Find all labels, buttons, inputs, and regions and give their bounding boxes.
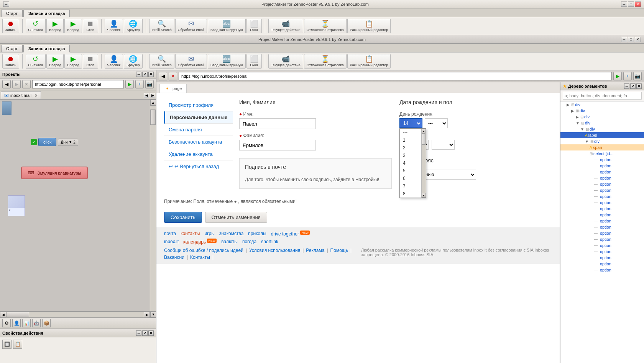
canvas-h-scrollbar[interactable]: ◀ ▶	[0, 311, 150, 317]
canvas-scrollbar[interactable]: ▲ ▼	[150, 100, 156, 317]
intelli-btn[interactable]: 🔍 Intelli Search	[149, 19, 174, 33]
dropdown-item-3[interactable]: 3	[400, 152, 421, 159]
footer-contacts-link[interactable]: Контакты	[190, 255, 210, 260]
tree-item-option2[interactable]: — option	[560, 163, 644, 169]
tab-record-outer[interactable]: Запись и отладка	[23, 10, 70, 17]
tree-item-div3[interactable]: ▶ ⊞ div	[560, 114, 644, 120]
browser-btn[interactable]: 🌐 Браузер	[124, 19, 142, 33]
second-restore-btn[interactable]: □	[628, 37, 634, 42]
second-record-btn[interactable]: ⏺ Запись	[2, 54, 19, 69]
second-delay-btn[interactable]: ⏳ Отложенная отрисовка	[304, 54, 347, 69]
dropdown-item-8[interactable]: 8	[400, 190, 421, 198]
footer-link-games[interactable]: игры	[204, 231, 214, 237]
nav-forward-nav-btn[interactable]: ▶	[12, 80, 21, 88]
tree-item-option4[interactable]: — option	[560, 175, 644, 181]
tree-item-label[interactable]: A label	[560, 132, 644, 138]
person-btn[interactable]: 👤 Человек	[105, 19, 123, 33]
scroll-down-btn[interactable]: ▼	[150, 311, 156, 317]
scroll-up-btn[interactable]: ▲	[150, 100, 156, 106]
footer-link-currency[interactable]: валюты	[221, 239, 238, 245]
tree-item-div6[interactable]: ▼ ⊟ div	[560, 138, 644, 144]
footer-ads-link[interactable]: Реклама	[306, 248, 324, 253]
settings-btn[interactable]: ⚙	[2, 319, 11, 327]
tree-close-btn[interactable]: ✕	[636, 83, 642, 89]
tree-item-option9[interactable]: — option	[560, 206, 644, 212]
last-name-input[interactable]	[239, 140, 316, 150]
second-person-btn[interactable]: 👤 Человек	[105, 54, 123, 69]
dropdown-item-6[interactable]: 6	[400, 175, 421, 182]
props-close-btn[interactable]: ✕	[148, 330, 154, 336]
month-select[interactable]: ---	[425, 118, 448, 128]
day-select[interactable]: --- 14	[399, 118, 422, 128]
keyboard-emu-block[interactable]: ⌨ Эмуляция клавиатуры	[21, 167, 88, 179]
tree-float-btn[interactable]: ↗	[630, 83, 636, 89]
tree-item-option5[interactable]: — option	[560, 181, 644, 187]
tree-item-option13[interactable]: — option	[560, 230, 644, 236]
first-name-input[interactable]	[239, 118, 316, 129]
second-minimize-btn[interactable]: ─	[621, 37, 627, 42]
minimize-btn[interactable]: ─	[621, 2, 627, 7]
second-window-btn[interactable]: ⬜ Окна	[246, 54, 262, 69]
tab-prev-btn[interactable]: ◀	[144, 93, 149, 98]
sidebar-back-btn[interactable]: ↩ ↩ Вернуться назад	[164, 160, 233, 172]
footer-link-calendar[interactable]: календарь NEW	[183, 239, 217, 245]
tree-item-option15[interactable]: — option	[560, 242, 644, 249]
sidebar-item-delete[interactable]: Удаление аккаунта	[164, 148, 233, 160]
save-button[interactable]: Сохранить	[164, 212, 202, 223]
tree-item-select[interactable]: ⊞ select [id...	[560, 150, 644, 157]
record-btn[interactable]: ⏺ Запись	[2, 19, 19, 33]
second-tab-start[interactable]: Старт	[1, 45, 23, 52]
footer-link-fun[interactable]: приколы	[248, 231, 266, 237]
footer-report-link[interactable]: Сообщи об ошибке / поделись идеей	[164, 248, 243, 253]
url-input[interactable]	[32, 80, 124, 88]
from-start-btn[interactable]: ↺ С начала	[26, 19, 46, 33]
second-editor-btn[interactable]: 📋 Расширенный редактор	[347, 54, 391, 69]
nav-stop-btn[interactable]: ✕	[22, 80, 31, 88]
chart-btn[interactable]: 📊	[22, 319, 31, 327]
sidebar-item-security[interactable]: Безопасность аккаунта	[164, 136, 233, 148]
delay-btn[interactable]: ⏳ Отложенная отрисовка	[304, 19, 347, 33]
main-nav-capture-btn[interactable]: 📷	[633, 72, 642, 80]
main-nav-add-btn[interactable]: +	[623, 72, 632, 80]
second-captcha-btn[interactable]: 🔤 Ввод капчи вручную	[208, 54, 246, 69]
second-forward2-btn[interactable]: ▶ Вперёд	[64, 54, 82, 69]
main-nav-forward-btn[interactable]: ✕	[169, 72, 177, 80]
footer-link-mail[interactable]: почта	[164, 231, 176, 237]
second-close-btn[interactable]: ✕	[635, 37, 641, 42]
footer-link-shortlink[interactable]: shortlink	[261, 239, 278, 245]
stop-btn[interactable]: ⏹ Стоп	[83, 19, 98, 33]
footer-help-link[interactable]: Помощь	[330, 248, 348, 253]
plugin-btn[interactable]: 📦	[42, 319, 51, 327]
second-forward-btn[interactable]: ▶ Вперёд	[46, 54, 64, 69]
footer-link-dating[interactable]: знакомства	[219, 231, 244, 237]
projects-restore-btn[interactable]: ─	[136, 72, 141, 77]
second-email-btn[interactable]: ✉ Обработка email	[175, 54, 207, 69]
nav-capture-btn[interactable]: 📷	[145, 80, 154, 88]
tree-item-div1[interactable]: ▶ ⊞ div	[560, 101, 644, 108]
second-intelli-btn[interactable]: 🔍 Intelli Search	[149, 54, 174, 69]
tree-restore-btn[interactable]: ─	[624, 83, 629, 89]
h-scroll-left-btn[interactable]: ◀	[0, 312, 6, 317]
tree-item-option12[interactable]: — option	[560, 224, 644, 230]
email-btn[interactable]: ✉ Обработка email	[175, 19, 207, 33]
nav-back-btn[interactable]: ◀	[2, 80, 11, 88]
props-btn2[interactable]: 📋	[13, 340, 22, 349]
second-tab-record[interactable]: Запись и отладка	[23, 45, 70, 52]
robot-btn[interactable]: 🤖	[32, 319, 41, 327]
sidebar-item-view-profile[interactable]: Просмотр профиля	[164, 99, 233, 111]
days-block[interactable]: Дни ▼ 2	[58, 139, 78, 146]
minimize-outer-btn[interactable]: ─	[3, 2, 9, 7]
gender-extra-select[interactable]: ---	[432, 140, 455, 150]
main-url-input[interactable]	[179, 72, 612, 80]
dropdown-item-empty[interactable]: ---	[400, 129, 421, 136]
tree-item-span[interactable]: A span	[560, 144, 644, 150]
tree-item-div5[interactable]: ▼ ⊟ div	[560, 126, 644, 132]
captcha-btn[interactable]: 🔤 Ввод капчи вручную	[208, 19, 246, 33]
cancel-button[interactable]: Отменить изменения	[205, 212, 267, 223]
tree-item-option7[interactable]: — option	[560, 193, 644, 199]
dd-scroll-up[interactable]: ▲	[422, 129, 426, 133]
dropdown-item-4[interactable]: 4	[400, 159, 421, 167]
nav-add-btn[interactable]: +	[135, 80, 144, 88]
project-canvas[interactable]: ✓ click Дни ▼ 2 ⌨ Эм	[0, 100, 156, 317]
props-float-btn[interactable]: ↗	[142, 330, 148, 336]
